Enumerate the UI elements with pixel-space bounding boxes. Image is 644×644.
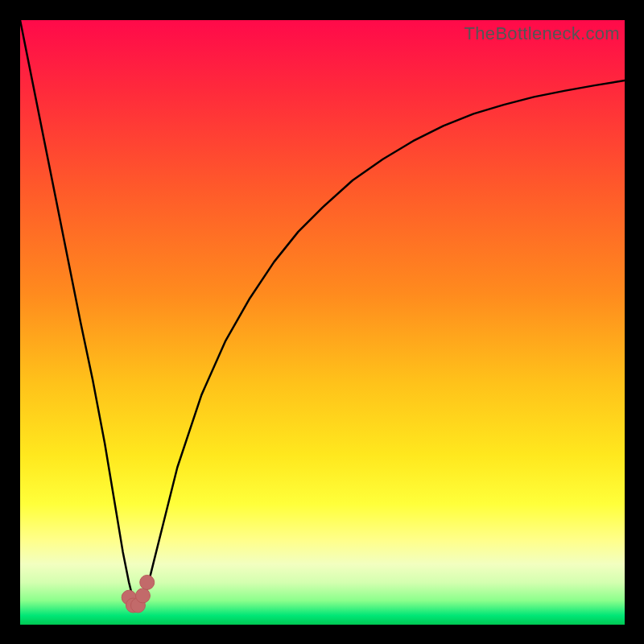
curve-layer: [20, 20, 625, 625]
optimal-marker: [135, 588, 150, 603]
watermark-text: TheBottleneck.com: [464, 23, 620, 44]
optimal-marker: [140, 575, 155, 589]
chart-frame: TheBottleneck.com: [0, 0, 644, 644]
bottleneck-curve: [20, 20, 625, 606]
plot-area: TheBottleneck.com: [20, 20, 625, 625]
optimal-markers: [122, 575, 155, 613]
